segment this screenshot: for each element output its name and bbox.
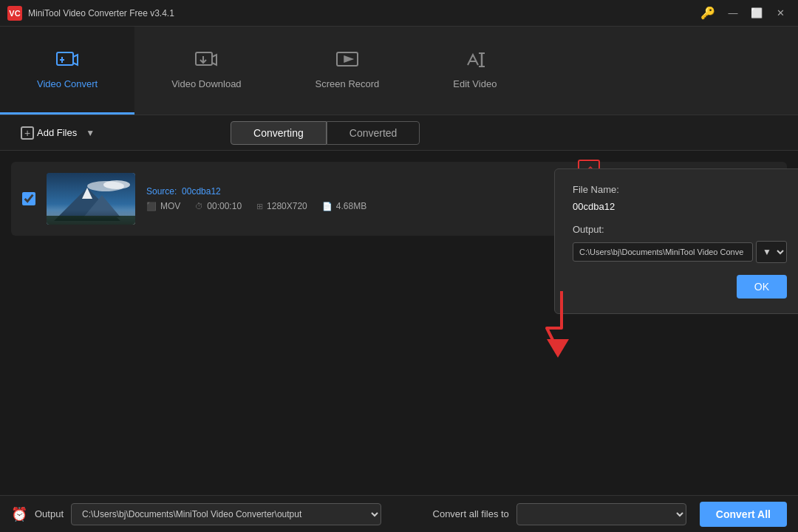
meta-format: ⬛ MOV <box>146 201 180 211</box>
tab-edit-video-label: Edit Video <box>453 78 497 89</box>
toolbar: + Add Files ▼ Converting Converted <box>0 115 798 151</box>
converted-tab[interactable]: Converted <box>327 121 420 145</box>
tab-video-download[interactable]: Video Download <box>134 27 278 115</box>
nav-tabs: Video Convert Video Download Screen Reco… <box>0 27 798 115</box>
tab-video-download-label: Video Download <box>171 78 241 89</box>
bottom-bar: ⏰ Output C:\Users\bj\Documents\MiniTool … <box>0 495 798 532</box>
output-label: Output <box>35 508 64 519</box>
add-files-dropdown[interactable]: ▼ <box>83 123 98 143</box>
minimize-button[interactable]: — <box>723 6 743 21</box>
duration-value: 00:00:10 <box>207 201 242 211</box>
svg-point-13 <box>103 180 130 189</box>
format-value: MOV <box>160 201 180 211</box>
add-files-label: Add Files <box>37 127 77 138</box>
file-checkbox[interactable] <box>22 192 35 205</box>
restore-button[interactable]: ⬜ <box>746 6 767 21</box>
app-title: MiniTool Video Converter Free v3.4.1 <box>28 8 700 18</box>
convert-all-files-label: Convert all files to <box>433 508 509 519</box>
tab-screen-record[interactable]: Screen Record <box>279 27 417 115</box>
dialog-container: File Name: 00cdba12 Output: ▼ OK <box>318 160 569 305</box>
converting-tab[interactable]: Converting <box>231 121 327 145</box>
svg-rect-0 <box>57 52 73 65</box>
svg-marker-19 <box>547 339 569 358</box>
meta-resolution: ⊞ 1280X720 <box>256 201 307 211</box>
resolution-icon: ⊞ <box>256 202 263 211</box>
output-dialog: File Name: 00cdba12 Output: ▼ OK <box>554 168 798 314</box>
source-prefix: Source: <box>146 186 177 197</box>
window-controls: — ⬜ ✕ <box>723 6 791 21</box>
resolution-value: 1280X720 <box>267 201 307 211</box>
main-content: Source: 00cdba12 ⬛ MOV ⏱ 00:00:10 ⊞ 1280… <box>0 151 798 495</box>
source-name: 00cdba12 <box>182 186 221 197</box>
duration-icon: ⏱ <box>195 202 203 211</box>
add-files-button[interactable]: + Add Files <box>15 122 83 144</box>
dialog-filename-label: File Name: <box>573 184 787 195</box>
tab-switcher: Converting Converted <box>231 121 420 145</box>
screen-record-icon <box>336 50 358 72</box>
key-icon[interactable]: 🔑 <box>700 6 715 20</box>
video-download-icon <box>195 50 217 72</box>
output-path-select[interactable]: C:\Users\bj\Documents\MiniTool Video Con… <box>71 503 381 525</box>
tab-video-convert-label: Video Convert <box>37 78 98 89</box>
tab-edit-video[interactable]: Edit Video <box>416 27 533 115</box>
tab-screen-record-label: Screen Record <box>316 78 380 89</box>
format-icon: ⬛ <box>146 202 157 211</box>
svg-marker-6 <box>344 56 352 62</box>
dialog-output-dropdown[interactable]: ▼ <box>756 241 787 263</box>
dialog-output-input[interactable] <box>573 242 753 262</box>
svg-rect-17 <box>47 216 135 225</box>
app-logo: VC <box>7 6 22 21</box>
file-thumbnail <box>47 173 135 225</box>
edit-video-icon <box>464 50 486 72</box>
title-bar: VC MiniTool Video Converter Free v3.4.1 … <box>0 0 798 27</box>
dialog-ok-button[interactable]: OK <box>737 275 787 299</box>
clock-icon: ⏰ <box>11 506 27 522</box>
close-button[interactable]: ✕ <box>770 6 791 21</box>
convert-all-button[interactable]: Convert All <box>700 502 787 527</box>
dialog-filename-value: 00cdba12 <box>573 201 787 212</box>
meta-duration: ⏱ 00:00:10 <box>195 201 242 211</box>
tab-video-convert[interactable]: Video Convert <box>0 27 134 115</box>
dialog-output-row: ▼ <box>573 241 787 263</box>
video-convert-icon <box>56 50 78 72</box>
dialog-output-label: Output: <box>573 224 787 235</box>
plus-icon: + <box>21 126 34 140</box>
convert-all-select[interactable] <box>516 503 686 525</box>
